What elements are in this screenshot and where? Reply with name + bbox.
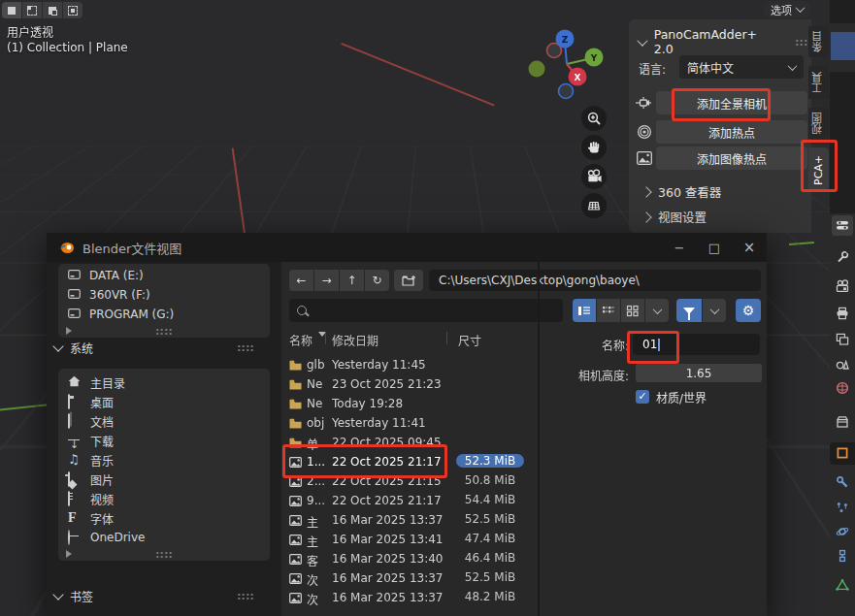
file-settings-button[interactable]: ⚙ xyxy=(736,299,761,322)
tool-tab[interactable] xyxy=(836,250,849,264)
collapsed-section-header[interactable]: 视图设置 xyxy=(642,208,707,226)
system-item[interactable]: ♫音乐 xyxy=(58,450,270,470)
filter-button[interactable] xyxy=(676,299,702,322)
system-item[interactable]: OneDrive xyxy=(58,528,270,547)
file-size: 46.4 MiB xyxy=(456,551,524,565)
minimize-button[interactable]: − xyxy=(662,233,697,262)
orthographic-grid-icon xyxy=(586,198,602,213)
file-row[interactable]: 客16 Mar 2025 13:4046.4 MiB xyxy=(283,550,536,569)
pca-action-button[interactable]: 添加热点 xyxy=(656,120,807,144)
folder-icon xyxy=(289,360,302,373)
new-selection-icon[interactable] xyxy=(2,2,21,18)
material-world-checkbox[interactable] xyxy=(636,390,649,404)
invert-selection-icon[interactable] xyxy=(63,2,82,18)
file-row[interactable]: 9...22 Oct 2025 21:1754.4 MiB xyxy=(283,492,536,511)
file-row[interactable]: 2...22 Oct 2025 21:1550.8 MiB xyxy=(283,472,536,492)
camera-view-button[interactable] xyxy=(581,164,607,189)
volume-item[interactable]: DATA (E:) xyxy=(58,266,270,285)
svg-text:X: X xyxy=(575,73,581,82)
camera-height-field[interactable]: 1.65 xyxy=(636,364,762,382)
system-item[interactable]: 图片 xyxy=(58,470,270,489)
pca-action-button[interactable]: 添加全景相机 xyxy=(656,91,807,114)
system-expander[interactable] xyxy=(58,547,270,561)
file-row[interactable]: 次16 Mar 2025 13:3752.5 MiB xyxy=(283,569,536,589)
properties-tab-column xyxy=(830,213,855,616)
scene-tab[interactable] xyxy=(836,357,849,371)
view-layer-tab[interactable] xyxy=(836,333,849,346)
file-row[interactable]: 1...22 Oct 2025 21:1752.3 MiB xyxy=(283,453,536,472)
system-item[interactable]: F字体 xyxy=(58,508,270,528)
file-name: 客 xyxy=(307,552,318,568)
zoom-button[interactable] xyxy=(581,106,607,131)
tab-条目[interactable]: 条目 xyxy=(808,26,829,57)
volume-item[interactable]: PROGRAM (G:) xyxy=(58,305,270,324)
file-list: glbYesterday 11:45Ne23 Oct 2025 21:23NeT… xyxy=(283,233,540,616)
image-file-icon xyxy=(289,515,302,529)
name-input[interactable]: 01 xyxy=(633,334,760,355)
subtract-selection-icon[interactable] xyxy=(43,2,62,18)
hotspot-icon xyxy=(633,124,656,140)
render-tab[interactable] xyxy=(836,279,849,293)
file-row[interactable]: 次16 Mar 2025 13:3748.2 MiB xyxy=(283,589,536,608)
system-item[interactable]: 桌面 xyxy=(58,392,270,411)
file-date: 22 Oct 2025 21:17 xyxy=(332,494,442,507)
file-row[interactable]: glbYesterday 11:45 xyxy=(283,356,536,375)
constraints-tab[interactable] xyxy=(836,549,849,563)
tab-视图[interactable]: 视图 xyxy=(808,108,829,139)
modifiers-tab[interactable] xyxy=(836,475,849,489)
file-view-dialog: Blender文件视图 − □ × DATA (E:)360VR (F:)PRO… xyxy=(47,233,767,616)
video-icon xyxy=(68,492,82,505)
orthographic-toggle-button[interactable] xyxy=(581,193,607,218)
file-row[interactable]: Ne23 Oct 2025 21:23 xyxy=(283,375,536,395)
volume-label: 360VR (F:) xyxy=(89,288,150,302)
extend-selection-icon[interactable] xyxy=(22,2,42,18)
language-select[interactable]: 简体中文 xyxy=(679,55,804,79)
volumes-expander[interactable] xyxy=(58,324,270,338)
vertical-list-view-button[interactable] xyxy=(573,299,596,322)
close-button[interactable]: × xyxy=(732,233,767,262)
panel-collapse-chevron-icon[interactable] xyxy=(637,35,647,46)
pan-button[interactable] xyxy=(581,135,607,160)
file-name: Ne xyxy=(307,397,322,410)
display-mode-dropdown[interactable] xyxy=(645,299,669,322)
file-date: 22 Oct 2025 21:17 xyxy=(332,455,442,469)
pca-action-button[interactable]: 添加图像热点 xyxy=(656,146,807,170)
particles-tab[interactable] xyxy=(836,501,849,514)
panel-title: PanoCamAdder+ 2.0 xyxy=(654,27,775,56)
horizontal-list-view-button[interactable] xyxy=(597,299,620,322)
pca-action-row: 添加图像热点 xyxy=(633,146,807,171)
panocamadder-panel: PanoCamAdder+ 2.0 语言: 简体中文 添加全景相机添加热点添加图… xyxy=(629,19,811,233)
object-tab[interactable] xyxy=(836,446,849,460)
physics-tab[interactable] xyxy=(836,525,849,538)
navigation-gizmo[interactable]: Z Y X xyxy=(524,27,604,107)
object-data-tab[interactable] xyxy=(836,578,849,592)
thumbnail-view-button[interactable] xyxy=(621,299,644,322)
system-item[interactable]: 下载 xyxy=(58,431,270,450)
editor-type-tab[interactable] xyxy=(836,218,849,232)
collapsed-section-header[interactable]: 360 查看器 xyxy=(642,182,721,201)
tab-pca+[interactable]: PCA+ xyxy=(808,147,829,192)
maximize-button[interactable]: □ xyxy=(697,233,732,262)
image-file-icon xyxy=(289,457,302,470)
filter-options-dropdown[interactable] xyxy=(703,299,726,322)
file-row[interactable]: objYesterday 11:41 xyxy=(283,414,536,434)
system-item[interactable]: 视频 xyxy=(58,489,270,508)
system-item[interactable]: 主目录 xyxy=(58,373,270,392)
system-section-header[interactable]: 系统 xyxy=(54,340,258,356)
file-row[interactable]: 主16 Mar 2025 13:4147.4 MiB xyxy=(283,531,536,550)
output-tab[interactable] xyxy=(836,307,849,320)
bookmarks-section-header[interactable]: 书签 xyxy=(54,588,258,604)
volume-item[interactable]: 360VR (F:) xyxy=(58,285,270,305)
tab-工具[interactable]: 工具 xyxy=(808,66,829,99)
outliner-selected-row xyxy=(831,32,855,60)
file-row[interactable]: 主16 Mar 2025 13:3752.5 MiB xyxy=(283,511,536,531)
options-dropdown[interactable]: 选项 xyxy=(764,1,810,17)
file-row[interactable]: 单22 Oct 2025 09:45 xyxy=(283,434,536,453)
file-row[interactable]: NeToday 19:28 xyxy=(283,395,536,414)
world-tab[interactable] xyxy=(836,381,849,395)
collection-tab[interactable] xyxy=(836,415,849,429)
material-world-label: 材质/世界 xyxy=(656,389,707,405)
file-size: 52.3 MiB xyxy=(456,454,524,468)
image-file-icon xyxy=(289,496,302,509)
system-item[interactable]: 文档 xyxy=(58,411,270,431)
